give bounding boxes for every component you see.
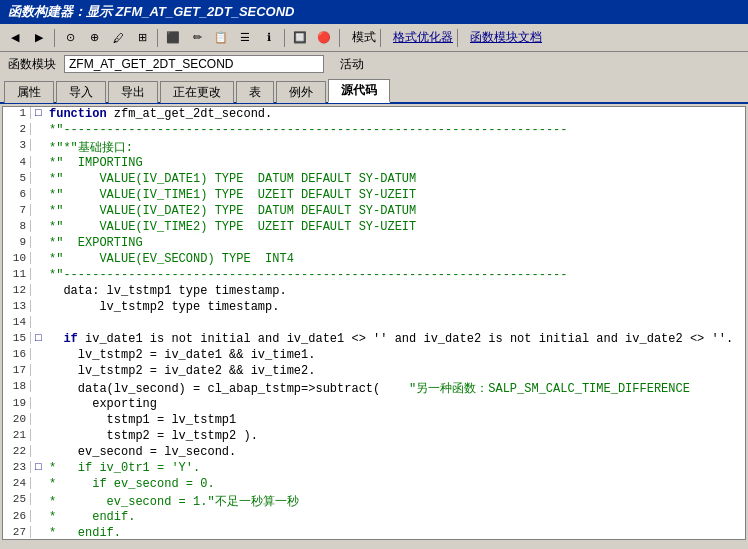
toolbar-btn-10[interactable]: 🔲 bbox=[289, 27, 311, 49]
fm-status: 活动 bbox=[340, 56, 364, 73]
line-number: 16 bbox=[3, 348, 31, 360]
table-row: 24 * if ev_second = 0. bbox=[3, 477, 745, 493]
line-number: 3 bbox=[3, 139, 31, 151]
line-number: 11 bbox=[3, 268, 31, 280]
line-number: 1 bbox=[3, 107, 31, 119]
toolbar-btn-11[interactable]: 🔴 bbox=[313, 27, 335, 49]
line-number: 15 bbox=[3, 332, 31, 344]
table-row: 21 tstmp2 = lv_tstmp2 ). bbox=[3, 429, 745, 445]
table-row: 17 lv_tstmp2 = iv_date2 && iv_time2. bbox=[3, 364, 745, 380]
table-row: 3 *"*"基础接口: bbox=[3, 139, 745, 156]
table-row: 12 data: lv_tstmp1 type timestamp. bbox=[3, 284, 745, 300]
line-number: 19 bbox=[3, 397, 31, 409]
line-expand-icon[interactable]: □ bbox=[35, 107, 49, 119]
line-number: 22 bbox=[3, 445, 31, 457]
line-code-text: * endif. bbox=[49, 510, 135, 524]
toolbar-sep3 bbox=[284, 29, 285, 47]
line-code-text: *" VALUE(IV_TIME2) TYPE UZEIT DEFAULT SY… bbox=[49, 220, 416, 234]
line-code-text: *" VALUE(IV_TIME1) TYPE UZEIT DEFAULT SY… bbox=[49, 188, 416, 202]
toolbar-sep2 bbox=[157, 29, 158, 47]
line-expand-icon[interactable]: □ bbox=[35, 461, 49, 473]
toolbar-btn-4[interactable]: ⊞ bbox=[131, 27, 153, 49]
line-number: 7 bbox=[3, 204, 31, 216]
tab-正在更改[interactable]: 正在更改 bbox=[160, 81, 234, 103]
line-code-text: * ev_second = 1."不足一秒算一秒 bbox=[49, 493, 299, 510]
toolbar-btn-9[interactable]: ℹ bbox=[258, 27, 280, 49]
tab-表[interactable]: 表 bbox=[236, 81, 274, 103]
line-number: 2 bbox=[3, 123, 31, 135]
line-number: 13 bbox=[3, 300, 31, 312]
table-row: 2 *"------------------------------------… bbox=[3, 123, 745, 139]
toolbar-btn-3[interactable]: 🖊 bbox=[107, 27, 129, 49]
table-row: 13 lv_tstmp2 type timestamp. bbox=[3, 300, 745, 316]
tab-源代码[interactable]: 源代码 bbox=[328, 79, 390, 103]
line-number: 24 bbox=[3, 477, 31, 489]
line-number: 23 bbox=[3, 461, 31, 473]
line-code-text: data: lv_tstmp1 type timestamp. bbox=[49, 284, 287, 298]
tab-导出[interactable]: 导出 bbox=[108, 81, 158, 103]
toolbar-btn-6[interactable]: ✏ bbox=[186, 27, 208, 49]
line-expand-icon[interactable]: □ bbox=[35, 332, 49, 344]
toolbar-btn-1[interactable]: ⊙ bbox=[59, 27, 81, 49]
toolbar-btn-7[interactable]: 📋 bbox=[210, 27, 232, 49]
toolbar: ◀ ▶ ⊙ ⊕ 🖊 ⊞ ⬛ ✏ 📋 ☰ ℹ 🔲 🔴 模式 格式优化器 函数模块文… bbox=[0, 24, 748, 52]
line-number: 4 bbox=[3, 156, 31, 168]
fm-input[interactable] bbox=[64, 55, 324, 73]
line-code-text: function zfm_at_get_2dt_second. bbox=[49, 107, 272, 121]
toolbar-sep4 bbox=[339, 29, 340, 47]
line-code-text: if iv_date1 is not initial and iv_date1 … bbox=[49, 332, 733, 346]
line-code-text: tstmp1 = lv_tstmp1 bbox=[49, 413, 236, 427]
line-code-text: *"*"基础接口: bbox=[49, 139, 133, 156]
line-number: 18 bbox=[3, 380, 31, 392]
forward-button[interactable]: ▶ bbox=[28, 27, 50, 49]
table-row: 15□ if iv_date1 is not initial and iv_da… bbox=[3, 332, 745, 348]
line-number: 6 bbox=[3, 188, 31, 200]
table-row: 5 *" VALUE(IV_DATE1) TYPE DATUM DEFAULT … bbox=[3, 172, 745, 188]
table-row: 11 *"-----------------------------------… bbox=[3, 268, 745, 284]
tab-导入[interactable]: 导入 bbox=[56, 81, 106, 103]
line-number: 26 bbox=[3, 510, 31, 522]
title-text: 函数构建器：显示 ZFM_AT_GET_2DT_SECOND bbox=[8, 4, 295, 19]
toolbar-btn-8[interactable]: ☰ bbox=[234, 27, 256, 49]
table-row: 10 *" VALUE(EV_SECOND) TYPE INT4 bbox=[3, 252, 745, 268]
tabs-bar: 属性导入导出正在更改表例外源代码 bbox=[0, 76, 748, 104]
line-number: 8 bbox=[3, 220, 31, 232]
mode-label: 模式 bbox=[352, 29, 376, 46]
tab-属性[interactable]: 属性 bbox=[4, 81, 54, 103]
line-code-text: data(lv_second) = cl_abap_tstmp=>subtrac… bbox=[49, 380, 690, 397]
toolbar-sep5 bbox=[380, 29, 381, 47]
line-code-text: * if iv_0tr1 = 'Y'. bbox=[49, 461, 200, 475]
table-row: 4 *" IMPORTING bbox=[3, 156, 745, 172]
toolbar-btn-2[interactable]: ⊕ bbox=[83, 27, 105, 49]
title-bar: 函数构建器：显示 ZFM_AT_GET_2DT_SECOND bbox=[0, 0, 748, 24]
table-row: 23□* if iv_0tr1 = 'Y'. bbox=[3, 461, 745, 477]
toolbar-sep6 bbox=[457, 29, 458, 47]
line-number: 14 bbox=[3, 316, 31, 328]
line-code-text: lv_tstmp2 = iv_date1 && iv_time1. bbox=[49, 348, 315, 362]
line-number: 20 bbox=[3, 413, 31, 425]
table-row: 7 *" VALUE(IV_DATE2) TYPE DATUM DEFAULT … bbox=[3, 204, 745, 220]
line-code-text: * endif. bbox=[49, 526, 121, 540]
table-row: 19 exporting bbox=[3, 397, 745, 413]
fm-label: 函数模块 bbox=[8, 56, 56, 73]
line-code-text: *" VALUE(IV_DATE1) TYPE DATUM DEFAULT SY… bbox=[49, 172, 416, 186]
format-label[interactable]: 格式优化器 bbox=[393, 29, 453, 46]
line-number: 27 bbox=[3, 526, 31, 538]
line-code-text: *"--------------------------------------… bbox=[49, 268, 567, 282]
table-row: 26 * endif. bbox=[3, 510, 745, 526]
code-area[interactable]: 1□function zfm_at_get_2dt_second.2 *"---… bbox=[2, 106, 746, 540]
line-number: 10 bbox=[3, 252, 31, 264]
line-number: 17 bbox=[3, 364, 31, 376]
back-button[interactable]: ◀ bbox=[4, 27, 26, 49]
tab-例外[interactable]: 例外 bbox=[276, 81, 326, 103]
table-row: 27 * endif. bbox=[3, 526, 745, 540]
table-row: 14 bbox=[3, 316, 745, 332]
docs-label[interactable]: 函数模块文档 bbox=[470, 29, 542, 46]
toolbar-btn-5[interactable]: ⬛ bbox=[162, 27, 184, 49]
line-code-text: *"--------------------------------------… bbox=[49, 123, 567, 137]
line-code-text: *" VALUE(IV_DATE2) TYPE DATUM DEFAULT SY… bbox=[49, 204, 416, 218]
table-row: 9 *" EXPORTING bbox=[3, 236, 745, 252]
line-number: 9 bbox=[3, 236, 31, 248]
line-code-text: *" EXPORTING bbox=[49, 236, 143, 250]
table-row: 6 *" VALUE(IV_TIME1) TYPE UZEIT DEFAULT … bbox=[3, 188, 745, 204]
